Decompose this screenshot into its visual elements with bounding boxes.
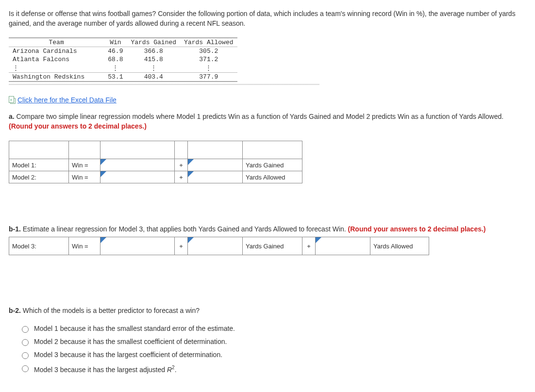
part-a-answer-table: Model 1: Win = + Yards Gained Model 2: W… (9, 141, 302, 183)
cell: 305.2 (180, 47, 237, 55)
col-gained: Yards Gained (127, 38, 180, 47)
model3-intercept-input[interactable] (100, 237, 175, 255)
cell: 415.8 (127, 55, 180, 64)
radio-3[interactable] (22, 352, 29, 359)
plus: + (175, 171, 188, 183)
cell: 53.1 (104, 72, 127, 82)
radio-1[interactable] (22, 326, 29, 333)
part-b1-label: b-1. (9, 225, 21, 233)
part-b2-text: Which of the models is a better predicto… (23, 307, 200, 314)
model1-row: Model 1: Win = + Yards Gained (9, 159, 302, 171)
model2-label: Model 2: (9, 171, 69, 183)
svg-text:x: x (10, 98, 12, 101)
radio-2[interactable] (22, 339, 29, 346)
model3-label: Model 3: (9, 237, 69, 255)
intro-text: Is it defense or offense that wins footb… (9, 9, 526, 29)
cell: 371.2 (180, 55, 237, 64)
table-row-ellipsis: ⋮ ⋮ ⋮ ⋮ (9, 64, 237, 73)
option-1[interactable]: Model 1 because it has the smallest stan… (19, 325, 526, 333)
cell: 46.9 (104, 47, 127, 55)
model1-intercept-input[interactable] (100, 159, 175, 171)
model1-label: Model 1: (9, 159, 69, 171)
cell: ⋮ (180, 64, 237, 73)
model3-row: Model 3: Win = + Yards Gained + Yards Al… (9, 237, 429, 255)
part-a: a. Compare two simple linear regression … (9, 112, 526, 184)
model2-slope-input[interactable] (188, 171, 243, 183)
option-4[interactable]: Model 3 because it has the largest adjus… (19, 364, 526, 374)
cell: Atlanta Falcons (9, 55, 104, 64)
part-b1-answer-table: Model 3: Win = + Yards Gained + Yards Al… (9, 237, 429, 255)
excel-icon: x (9, 96, 16, 104)
excel-link-text: Click here for the Excel Data File (17, 96, 117, 104)
part-b2-label: b-2. (9, 307, 21, 314)
part-b1-text: Estimate a linear regression for Model 3… (23, 225, 346, 233)
option-1-text: Model 1 because it has the smallest stan… (34, 325, 235, 332)
cell: 68.8 (104, 55, 127, 64)
part-a-note: (Round your answers to 2 decimal places.… (9, 122, 147, 130)
model1-term: Yards Gained (243, 159, 302, 171)
model3-coef2-input[interactable] (316, 237, 370, 255)
plus: + (175, 237, 188, 255)
model2-eq: Win = (69, 171, 100, 183)
model3-eq: Win = (69, 237, 100, 255)
table-row: Arizona Cardinals 46.9 366.8 305.2 (9, 47, 237, 55)
plus: + (175, 159, 188, 171)
plus: + (302, 237, 316, 255)
option-3-text: Model 3 because it has the largest coeff… (34, 351, 222, 359)
cell: ⋮ (104, 64, 127, 73)
model2-row: Model 2: Win = + Yards Allowed (9, 171, 302, 183)
cell: 403.4 (127, 72, 180, 82)
option-2-text: Model 2 because it has the smallest coef… (34, 338, 227, 345)
cell: Arizona Cardinals (9, 47, 104, 55)
cell: ⋮ (127, 64, 180, 73)
cell: Washington Redskins (9, 72, 104, 82)
model2-term: Yards Allowed (243, 171, 302, 183)
model1-slope-input[interactable] (188, 159, 243, 171)
col-allowed: Yards Allowed (180, 38, 237, 47)
cell: ⋮ (9, 64, 104, 73)
part-b2: b-2. Which of the models is a better pre… (9, 306, 526, 373)
data-table: Team Win Yards Gained Yards Allowed Ariz… (9, 37, 237, 82)
cell: 366.8 (127, 47, 180, 55)
table-shadow (9, 84, 319, 85)
part-a-label: a. (9, 113, 15, 120)
option-2[interactable]: Model 2 because it has the smallest coef… (19, 338, 526, 346)
model2-intercept-input[interactable] (100, 171, 175, 183)
excel-file-link[interactable]: x Click here for the Excel Data File (9, 96, 117, 104)
cell: 377.9 (180, 72, 237, 82)
col-win: Win (104, 38, 127, 47)
model3-term1: Yards Gained (243, 237, 302, 255)
col-team: Team (9, 38, 104, 47)
radio-4[interactable] (22, 365, 29, 372)
model3-coef1-input[interactable] (188, 237, 243, 255)
part-b1-note: (Round your answers to 2 decimal places.… (348, 225, 486, 233)
part-a-text: Compare two simple linear regression mod… (17, 113, 504, 120)
model1-eq: Win = (69, 159, 100, 171)
part-b1: b-1. Estimate a linear regression for Mo… (9, 224, 526, 255)
table-row: Washington Redskins 53.1 403.4 377.9 (9, 72, 237, 82)
table-row: Atlanta Falcons 68.8 415.8 371.2 (9, 55, 237, 64)
model3-term2: Yards Allowed (370, 237, 429, 255)
option-4-text: Model 3 because it has the largest adjus… (34, 365, 177, 374)
option-3[interactable]: Model 3 because it has the largest coeff… (19, 351, 526, 359)
